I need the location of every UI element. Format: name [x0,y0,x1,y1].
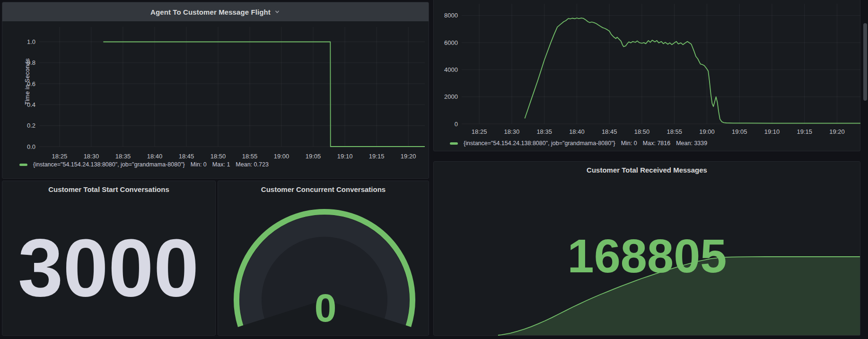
svg-text:18:55: 18:55 [666,128,682,135]
svg-text:19:05: 19:05 [732,128,747,135]
panel-received-rate: 18:2518:3018:3518:4018:4518:5018:5519:00… [433,0,860,151]
received-rate-line-chart[interactable]: 18:2518:3018:3518:4018:4518:5018:5519:00… [434,0,861,151]
panel-title: Customer Total Start Conversations [2,185,215,193]
stat-value: 168805 [567,232,727,280]
legend-stat-max[interactable]: Max: 7816 [643,140,670,147]
svg-text:19:00: 19:00 [699,128,715,135]
svg-text:18:45: 18:45 [602,128,617,135]
svg-text:18:45: 18:45 [179,153,194,160]
stat-value: 3000 [18,227,199,308]
vertical-scrollbar-thumb[interactable] [863,23,867,101]
svg-text:18:40: 18:40 [147,153,163,160]
svg-text:0.4: 0.4 [27,101,35,108]
svg-text:4000: 4000 [444,66,458,73]
svg-text:18:50: 18:50 [634,128,650,135]
gauge-value: 0 [315,288,337,328]
svg-text:18:50: 18:50 [210,153,226,160]
svg-text:19:00: 19:00 [274,153,289,160]
svg-text:18:40: 18:40 [569,128,585,135]
svg-text:19:05: 19:05 [306,153,321,160]
legend-received-rate: {instance="54.154.24.138:8080", job="gra… [450,140,707,147]
svg-text:19:15: 19:15 [797,128,812,135]
svg-text:19:10: 19:10 [337,153,353,160]
panel-agent-flight: Agent To Customer Message Flight Time in… [2,2,429,179]
legend-series-label[interactable]: {instance="54.154.24.138:8080", job="gra… [33,161,185,168]
panel-title: Customer Total Received Messages [434,166,860,174]
flight-line-chart[interactable]: 18:2518:3018:3518:4018:4518:5018:5519:00… [2,2,430,179]
legend-stat-max[interactable]: Max: 1 [212,161,230,168]
legend-flight: {instance="54.154.24.138:8080", job="gra… [19,161,269,168]
svg-text:8000: 8000 [444,12,458,19]
svg-text:0.8: 0.8 [27,59,35,66]
svg-text:19:10: 19:10 [764,128,780,135]
panel-received-messages[interactable]: Customer Total Received Messages 168805 [433,161,860,336]
svg-text:19:15: 19:15 [369,153,385,160]
svg-text:2000: 2000 [444,93,458,100]
svg-text:18:25: 18:25 [472,128,487,135]
series-color-dash [450,142,458,145]
svg-text:6000: 6000 [444,39,458,46]
legend-stat-mean[interactable]: Mean: 0.723 [236,161,269,168]
legend-stat-mean[interactable]: Mean: 3339 [676,140,707,147]
svg-text:19:20: 19:20 [829,128,845,135]
svg-text:19:20: 19:20 [401,153,416,160]
legend-series-label[interactable]: {instance="54.154.24.138:8080", job="gra… [464,140,615,147]
legend-stat-min[interactable]: Min: 0 [621,140,637,147]
series-color-dash [19,164,27,166]
svg-text:18:35: 18:35 [115,153,131,160]
svg-text:0.0: 0.0 [27,143,35,150]
svg-text:18:55: 18:55 [242,153,258,160]
svg-text:0.2: 0.2 [27,122,35,129]
panel-concurrent-conversations[interactable]: Customer Concurrent Conversations 0 [218,181,429,336]
legend-stat-min[interactable]: Min: 0 [191,161,207,168]
svg-text:18:30: 18:30 [504,128,520,135]
panel-start-conversations[interactable]: Customer Total Start Conversations 3000 [2,181,216,336]
svg-text:0: 0 [455,121,458,128]
svg-text:18:30: 18:30 [84,153,99,160]
svg-text:0.6: 0.6 [27,80,35,87]
svg-text:18:25: 18:25 [52,153,68,160]
svg-text:18:35: 18:35 [536,128,552,135]
svg-text:1.0: 1.0 [27,38,35,45]
